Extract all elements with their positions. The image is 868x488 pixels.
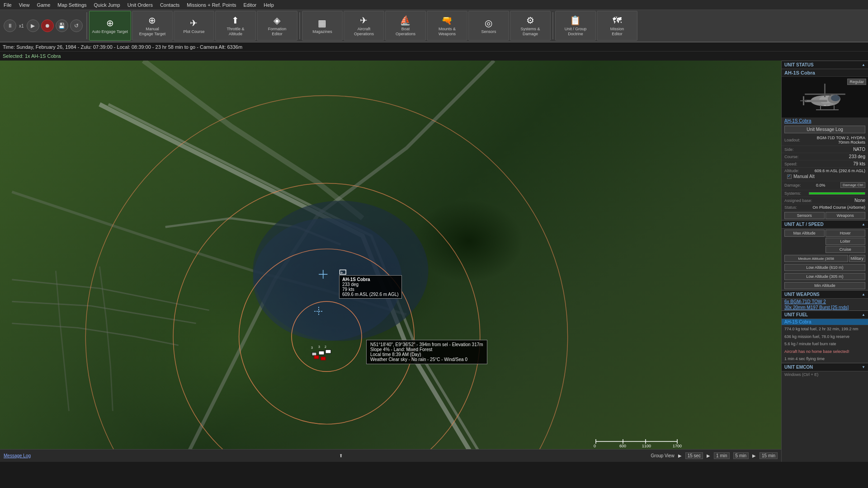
waypoint-svg [314, 307, 323, 316]
menu-map-settings[interactable]: Map Settings [57, 2, 86, 8]
toolbar-separator-1 [86, 12, 87, 39]
map-area[interactable]: ✈ 3 2 3 [0, 61, 781, 462]
svg-text:3: 3 [318, 345, 320, 348]
play-icon-bottom-3[interactable]: ▶ [752, 453, 756, 458]
low-altitude-305-button[interactable]: Low Altitude (305 m) [784, 273, 865, 280]
menu-editor[interactable]: Editor [243, 2, 256, 8]
boat-operations-button[interactable]: ⛵ BoatOperations [385, 11, 426, 41]
damage-label: Damage: [784, 183, 801, 188]
unit-link[interactable]: AH-1S Cobra [782, 117, 868, 124]
damage-ctrl-button[interactable]: Damage Ctrl [840, 182, 865, 188]
time-step-15s[interactable]: 15 sec [685, 452, 703, 459]
menu-missions[interactable]: Missions + Ref. Points [187, 2, 236, 8]
refresh-button[interactable]: ↺ [70, 19, 83, 32]
max-altitude-button[interactable]: Max Altitude [784, 230, 825, 237]
time-step-1m[interactable]: 1 min [714, 452, 729, 459]
magazines-button[interactable]: ▦ Magazines [302, 11, 343, 41]
loiter-button[interactable]: Loiter [826, 238, 866, 245]
menu-help[interactable]: Help [264, 2, 274, 8]
svg-point-2 [85, 96, 567, 462]
systems-bar-fill [809, 192, 865, 194]
menu-file[interactable]: File [4, 2, 12, 8]
time-step-5m[interactable]: 5 min [733, 452, 749, 459]
damage-row-inner: Damage: 0.0% Damage Ctrl [784, 182, 865, 188]
formation-editor-button[interactable]: ◈ FormationEditor [257, 11, 297, 41]
cruise-button[interactable]: Cruise [826, 246, 866, 253]
sensors-panel-button[interactable]: Sensors [784, 212, 825, 219]
menu-view[interactable]: View [19, 2, 30, 8]
weapon-2-link[interactable]: 30x 20mm M197 Burst [25 rnds] [782, 305, 868, 310]
unit-weapons-header: UNIT WEAPONS ▲ [782, 290, 868, 299]
fuel-line-4: Aircraft has no home base selected! [782, 348, 868, 356]
medium-altitude-button[interactable]: Medium Altitude (3658 [784, 255, 848, 262]
auto-engage-button[interactable]: ⊕ Auto Engage Target [89, 11, 131, 41]
tooltip-speed: 79 kts [342, 287, 399, 292]
pause-button[interactable]: ⏸ [4, 19, 16, 32]
mounts-weapons-icon: 🔫 [441, 15, 453, 26]
manual-engage-button[interactable]: ⊕ ManualEngage Target [132, 11, 173, 41]
svg-rect-14 [321, 357, 326, 360]
loadout-row: Loadout: BGM-71D TOW 2, HYDRA 70mm Rocke… [782, 135, 868, 146]
time-step-15m[interactable]: 15 min [760, 452, 778, 459]
selected-bar: Selected: 1x AH-1S Cobra [0, 52, 868, 61]
range-circles-overlay: ✈ [0, 61, 781, 462]
fuel-line-5: 1 min 4 sec flying time [782, 355, 868, 363]
svg-point-3 [173, 183, 480, 462]
sensors-button[interactable]: ◎ Sensors [468, 11, 509, 41]
fuel-unit-name[interactable]: AH-1S Cobra [782, 319, 868, 325]
record-button[interactable]: ⏺ [41, 19, 54, 32]
scale-svg: 0 600 1100 1700 [591, 435, 682, 448]
throttle-altitude-icon: ⬆ [231, 15, 239, 26]
manual-alt-checkbox[interactable] [787, 174, 792, 179]
svg-text:1700: 1700 [673, 444, 682, 448]
coord-line-1: N51°18'40", E9°36'52" - 394m from sel - … [370, 342, 483, 347]
side-label: Side: [784, 147, 794, 152]
weapons-panel-button[interactable]: Weapons [826, 212, 866, 219]
hover-button[interactable]: Hover [826, 230, 866, 237]
svg-rect-13 [314, 356, 319, 359]
unit-badge: Regular [847, 79, 866, 85]
damage-value: 0.0% [816, 183, 826, 188]
message-log-link[interactable]: Message Log [4, 453, 31, 458]
toolbar-separator-3 [552, 12, 553, 39]
menu-unit-orders[interactable]: Unit Orders [127, 2, 153, 8]
systems-damage-button[interactable]: ⚙ Systems &Damage [510, 11, 551, 41]
unit-group-doctrine-label: Unit / GroupDoctrine [565, 27, 587, 37]
unit-image: Regular [782, 77, 868, 117]
side-value: NATO [853, 147, 865, 152]
play-icon-bottom[interactable]: ▶ [678, 453, 682, 458]
mounts-weapons-button[interactable]: 🔫 Mounts &Weapons [427, 11, 467, 41]
menu-quick-jump[interactable]: Quick Jump [94, 2, 120, 8]
plot-course-button[interactable]: ✈ Plot Course [174, 11, 214, 41]
status-bar: Time: Sunday, February 26, 1984 - Zulu: … [0, 42, 868, 52]
svg-text:2: 2 [325, 345, 326, 348]
save-button[interactable]: 💾 [56, 19, 68, 32]
svg-rect-10 [319, 351, 324, 355]
upload-icon[interactable]: ⬆ [339, 453, 343, 458]
svg-text:3: 3 [311, 346, 313, 349]
weapon-1-link[interactable]: 6x BGM-71D TOW 2 [782, 299, 868, 305]
unit-name-link[interactable]: AH-1S Cobra [784, 118, 811, 123]
manual-alt-label: Manual Alt [793, 174, 815, 179]
menu-contacts[interactable]: Contacts [160, 2, 179, 8]
unit-group-on-map[interactable]: 3 2 3 [298, 340, 353, 368]
mission-editor-button[interactable]: 🗺 MissionEditor [597, 11, 637, 41]
throttle-altitude-button[interactable]: ⬆ Throttle &Altitude [215, 11, 256, 41]
min-altitude-button[interactable]: Min Altitude [784, 282, 865, 289]
aircraft-operations-button[interactable]: ✈ AircraftOperations [344, 11, 384, 41]
play-icon-bottom-2[interactable]: ▶ [707, 453, 710, 458]
auto-engage-label: Auto Engage Target [92, 29, 128, 34]
military-button[interactable]: Military [849, 255, 866, 262]
menu-game[interactable]: Game [37, 2, 50, 8]
alt-speed-grid: Max Altitude Hover Loiter Cruise [782, 229, 868, 254]
play-button[interactable]: ▶ [27, 19, 39, 32]
toolbar-separator-2 [299, 12, 300, 39]
unit-group-doctrine-button[interactable]: 📋 Unit / GroupDoctrine [555, 11, 596, 41]
low-altitude-610-button[interactable]: Low Altitude (610 m) [784, 264, 865, 271]
systems-damage-icon: ⚙ [526, 15, 534, 26]
unit-message-log-button[interactable]: Unit Message Log [784, 126, 865, 133]
auto-engage-icon: ⊕ [106, 18, 114, 28]
svg-text:✈: ✈ [340, 271, 343, 274]
unit-fuel-header: UNIT FUEL ▲ [782, 310, 868, 319]
sensors-weapons-buttons: Sensors Weapons [782, 211, 868, 220]
